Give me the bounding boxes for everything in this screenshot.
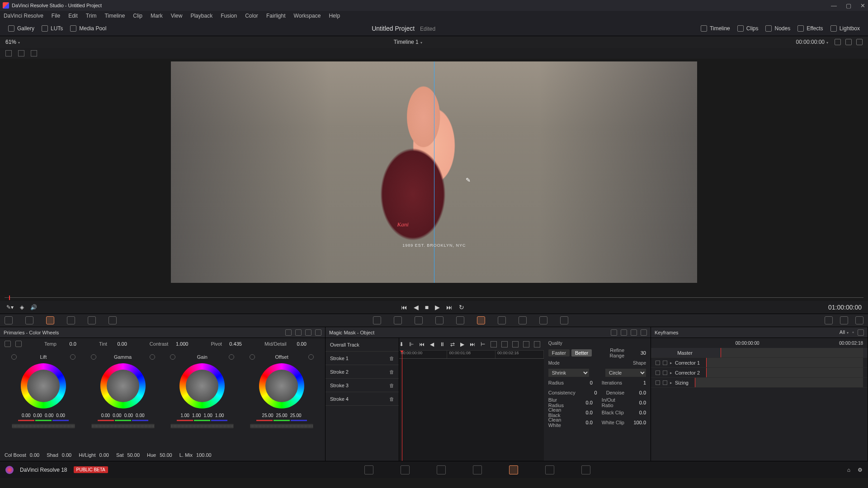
prop-value[interactable]: 0.0 xyxy=(575,400,593,405)
sizing-icon[interactable] xyxy=(539,316,547,324)
wheel-reset-icon[interactable] xyxy=(308,354,314,360)
middetail-value[interactable]: 0.00 xyxy=(291,341,307,347)
shad-value[interactable]: 0.00 xyxy=(62,452,71,458)
page-deliver[interactable] xyxy=(581,465,590,474)
viewer[interactable]: Kani 1989 EST. BROOKLYN, NYC ✎ xyxy=(0,59,868,295)
tab-nodes[interactable]: Nodes xyxy=(762,23,794,33)
mm-eraser-icon[interactable] xyxy=(501,341,508,347)
color-wheel[interactable] xyxy=(179,363,225,408)
mm-invert-icon[interactable] xyxy=(523,341,529,347)
window-icon[interactable] xyxy=(435,316,443,324)
pivot-value[interactable]: 0.435 xyxy=(226,341,242,347)
master-wheel-slider[interactable] xyxy=(170,424,234,428)
mm-track[interactable]: Stroke 4🗑 xyxy=(326,392,399,406)
colboost-value[interactable]: 0.00 xyxy=(30,452,39,458)
delete-stroke-icon[interactable]: 🗑 xyxy=(389,356,394,361)
prop-value[interactable]: 1 xyxy=(628,380,646,385)
mm-fwdrev-icon[interactable]: ⇄ xyxy=(450,341,455,347)
kf-row[interactable]: ▸Sizing xyxy=(651,378,868,388)
image-wipe-icon[interactable] xyxy=(5,50,12,56)
lmix-value[interactable]: 100.00 xyxy=(196,452,212,458)
mm-play-icon[interactable]: ▶ xyxy=(460,341,464,347)
mm-overlay-icon[interactable] xyxy=(512,341,519,347)
mm-settings-icon[interactable] xyxy=(534,341,540,347)
menu-file[interactable]: File xyxy=(52,13,60,19)
pick-white-icon[interactable] xyxy=(15,341,22,347)
minimize-button[interactable]: — xyxy=(831,2,837,9)
menu-edit[interactable]: Edit xyxy=(68,13,78,19)
prop-value[interactable]: 0.0 xyxy=(628,400,646,405)
chevron-right-icon[interactable]: ▸ xyxy=(670,361,672,365)
kf-row[interactable]: ▸Corrector 1 xyxy=(651,358,868,368)
mask-mode1-icon[interactable] xyxy=(611,329,617,336)
mm-last-icon[interactable]: ⏭ xyxy=(470,341,475,347)
3d-icon[interactable] xyxy=(560,316,568,324)
kf-master-track[interactable] xyxy=(721,348,863,357)
delete-stroke-icon[interactable]: 🗑 xyxy=(389,383,394,388)
log-mode-icon[interactable] xyxy=(305,329,311,336)
tab-mediapool[interactable]: Media Pool xyxy=(66,23,110,33)
keyframes-expand-icon[interactable] xyxy=(858,329,864,336)
hilight-value[interactable]: 0.00 xyxy=(99,452,109,458)
reset-primaries-icon[interactable] xyxy=(315,329,321,336)
page-fusion[interactable] xyxy=(473,465,482,474)
mm-track[interactable]: Stroke 1🗑 xyxy=(326,352,399,365)
menu-timeline[interactable]: Timeline xyxy=(104,13,125,19)
zoom-dropdown[interactable]: 61% xyxy=(5,39,20,45)
expand-icon[interactable] xyxy=(845,39,852,45)
wheel-reset-icon[interactable] xyxy=(70,354,75,360)
prop-value[interactable]: 0.0 xyxy=(575,410,593,415)
color-wheel[interactable] xyxy=(21,363,66,408)
blur-icon[interactable] xyxy=(498,316,506,324)
viewer-frame[interactable]: Kani 1989 EST. BROOKLYN, NYC ✎ xyxy=(171,61,697,283)
mute-icon[interactable]: 🔊 xyxy=(30,304,37,310)
tab-clips[interactable]: Clips xyxy=(734,23,762,33)
loop-button[interactable]: ↻ xyxy=(459,304,464,311)
mm-stroke-icon[interactable] xyxy=(491,341,497,347)
color-match-icon[interactable] xyxy=(25,316,33,324)
master-wheel-slider[interactable] xyxy=(250,424,313,428)
tab-luts[interactable]: LUTs xyxy=(38,23,66,33)
mm-track[interactable]: Overall Track xyxy=(326,338,399,352)
mask-options-icon[interactable] xyxy=(641,329,647,336)
menu-davinci[interactable]: DaVinci Resolve xyxy=(4,13,43,19)
kf-track[interactable] xyxy=(706,368,863,377)
transport-timecode[interactable]: 01:00:00:00 xyxy=(828,304,862,311)
play-button[interactable]: ▶ xyxy=(435,304,440,311)
wheel-values[interactable]: 0.000.000.000.00 xyxy=(22,413,65,418)
menu-playback[interactable]: Playback xyxy=(190,13,212,19)
menu-mark[interactable]: Mark xyxy=(151,13,163,19)
prop-value[interactable]: 0 xyxy=(579,390,597,395)
tab-effects[interactable]: Effects xyxy=(794,23,826,33)
tab-timeline[interactable]: Timeline xyxy=(697,23,734,33)
qualifier-icon[interactable] xyxy=(415,316,423,324)
kf-lock-icon[interactable] xyxy=(663,361,667,365)
prop-value[interactable]: 100.0 xyxy=(628,420,646,425)
menu-trim[interactable]: Trim xyxy=(86,13,97,19)
info-icon[interactable] xyxy=(855,316,863,324)
magic-mask-icon[interactable] xyxy=(477,316,485,324)
playhead-icon[interactable] xyxy=(9,296,10,300)
refine-value[interactable]: 30 xyxy=(628,350,646,356)
highlight-icon[interactable] xyxy=(835,39,841,45)
master-wheel-slider[interactable] xyxy=(91,424,155,428)
quality-faster-button[interactable]: Faster xyxy=(548,349,570,357)
bars-mode-icon[interactable] xyxy=(295,329,302,336)
temp-value[interactable]: 0.0 xyxy=(61,341,76,347)
wheel-target-icon[interactable] xyxy=(11,354,17,360)
mm-trackall-icon[interactable]: ⬇ xyxy=(399,341,404,347)
rgb-mixer-icon[interactable] xyxy=(88,316,96,324)
hue-value[interactable]: 50.00 xyxy=(160,452,172,458)
mm-first-icon[interactable]: ⏮ xyxy=(419,341,425,347)
split-screen-icon[interactable] xyxy=(18,50,24,56)
home-icon[interactable]: ⌂ xyxy=(847,467,850,473)
wheels-mode-icon[interactable] xyxy=(285,329,292,336)
prop-value[interactable]: 0.0 xyxy=(628,410,646,415)
wheel-values[interactable]: 0.000.000.000.00 xyxy=(101,413,145,418)
kf-lock-icon[interactable] xyxy=(663,380,667,385)
sat-value[interactable]: 50.00 xyxy=(127,452,140,458)
wheel-target-icon[interactable] xyxy=(250,354,255,360)
hdr-icon[interactable] xyxy=(67,316,75,324)
wheel-target-icon[interactable] xyxy=(91,354,96,360)
master-wheel-slider[interactable] xyxy=(12,424,75,428)
